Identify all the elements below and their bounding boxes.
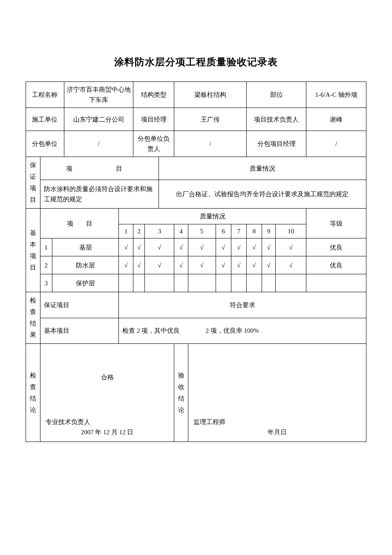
row2-v10: √ <box>276 256 306 274</box>
label-check-section: 检 查结果 <box>26 292 40 344</box>
row1-name: 基层 <box>52 238 119 256</box>
label-basic-quality: 质量情况 <box>119 209 306 224</box>
row3-v3 <box>145 274 174 292</box>
cell-accept-conclusion: 监理工程师 年月日 <box>188 344 366 442</box>
row3-grade <box>306 274 366 292</box>
label-check-basic: 基本项目 <box>40 318 119 344</box>
col-7: 7 <box>231 224 246 238</box>
page-title: 涂料防水层分项工程质量验收记录表 <box>26 55 366 69</box>
label-inspect-conclusion: 检 查结论 <box>26 344 40 442</box>
row1-v10: √ <box>276 238 306 256</box>
label-sub-pm: 分包项目经理 <box>246 131 306 157</box>
value-check-basic: 检查 2 项，其中优良 2 项，优良率 100% <box>119 318 366 344</box>
row2-v9: √ <box>262 256 275 274</box>
value-project-name: 济宁市百丰商贸中心地下车库 <box>64 82 133 108</box>
label-check-guarantee: 保证项目 <box>40 292 119 318</box>
row2-no: 2 <box>40 256 52 274</box>
value-sub-lead: / <box>174 131 246 157</box>
value-struct-type: 梁板柱结构 <box>174 82 246 108</box>
row1-v6: √ <box>216 238 231 256</box>
row1-grade: 优良 <box>306 238 366 256</box>
row3-v4 <box>174 274 188 292</box>
label-accept-conclusion: 验 收结 论 <box>174 344 188 442</box>
cell-inspect-conclusion: 合格 专业技术负责人 2007 年 12 月 12 日 <box>40 344 174 442</box>
col-3: 3 <box>145 224 174 238</box>
col-1: 1 <box>119 224 133 238</box>
label-basic-item: 项 目 <box>40 209 119 238</box>
col-4: 4 <box>174 224 188 238</box>
row1-v4: √ <box>174 238 188 256</box>
row3-v5 <box>188 274 216 292</box>
value-constructor: 山东宁建二分公司 <box>64 108 133 131</box>
col-10: 10 <box>276 224 306 238</box>
label-guarantee-item: 项 目 <box>40 157 159 180</box>
row2-v2: √ <box>133 256 145 274</box>
text-tech-lead-sign: 专业技术负责人 <box>46 417 90 427</box>
row3-v10 <box>276 274 306 292</box>
row1-v9: √ <box>262 238 275 256</box>
label-basic-section: 基 本项目 <box>26 209 40 292</box>
row1-no: 1 <box>40 238 52 256</box>
row1-v3: √ <box>145 238 174 256</box>
text-inspect-date: 2007 年 12 月 12 日 <box>42 427 173 437</box>
label-pm: 项目经理 <box>133 108 174 131</box>
value-part: 1-6/A-C 轴外墙 <box>306 82 366 108</box>
row3-v7 <box>231 274 246 292</box>
row1-v8: √ <box>246 238 262 256</box>
text-guarantee-item: 防水涂料的质量必须符合设计要求和施工规范的规定 <box>40 180 159 209</box>
label-tech-lead: 项目技术负责人 <box>246 108 306 131</box>
text-guarantee-quality: 出厂合格证、试验报告均齐全符合设计要求及施工规范的规定 <box>159 180 366 209</box>
row2-v6: √ <box>216 256 231 274</box>
col-5: 5 <box>188 224 216 238</box>
row2-v1: √ <box>119 256 133 274</box>
col-8: 8 <box>246 224 262 238</box>
value-sub-pm: / <box>306 131 366 157</box>
row1-v1: √ <box>119 238 133 256</box>
row3-v1 <box>119 274 133 292</box>
label-grade: 等级 <box>306 209 366 238</box>
value-sub-unit: / <box>64 131 133 157</box>
row1-v7: √ <box>231 238 246 256</box>
col-2: 2 <box>133 224 145 238</box>
label-part: 部位 <box>246 82 306 108</box>
row1-v5: √ <box>188 238 216 256</box>
col-9: 9 <box>262 224 275 238</box>
label-sub-unit: 分包单位 <box>26 131 64 157</box>
row2-grade: 优良 <box>306 256 366 274</box>
row3-v9 <box>262 274 275 292</box>
inspection-table: 工程名称 济宁市百丰商贸中心地下车库 结构类型 梁板柱结构 部位 1-6/A-C… <box>26 81 366 442</box>
label-struct-type: 结构类型 <box>133 82 174 108</box>
row3-name: 保护层 <box>52 274 119 292</box>
row2-v8: √ <box>246 256 262 274</box>
row2-v7: √ <box>231 256 246 274</box>
text-inspect-result: 合格 <box>42 372 173 382</box>
text-supervisor-sign: 监理工程师 <box>193 417 225 427</box>
label-constructor: 施工单位 <box>26 108 64 131</box>
text-accept-date: 年月日 <box>190 427 364 437</box>
label-guarantee-quality: 质量情况 <box>159 157 366 180</box>
row3-v8 <box>246 274 262 292</box>
col-6: 6 <box>216 224 231 238</box>
row3-v6 <box>216 274 231 292</box>
label-sub-lead: 分包单位负责人 <box>133 131 174 157</box>
row2-v5: √ <box>188 256 216 274</box>
value-pm: 王广传 <box>174 108 246 131</box>
row2-name: 防水层 <box>52 256 119 274</box>
label-project-name: 工程名称 <box>26 82 64 108</box>
row3-no: 3 <box>40 274 52 292</box>
label-guarantee-section: 保 证项目 <box>26 157 40 209</box>
value-tech-lead: 谢峰 <box>306 108 366 131</box>
row2-v3: √ <box>145 256 174 274</box>
value-check-guarantee: 符合要求 <box>119 292 366 318</box>
row2-v4: √ <box>174 256 188 274</box>
row1-v2: √ <box>133 238 145 256</box>
row3-v2 <box>133 274 145 292</box>
